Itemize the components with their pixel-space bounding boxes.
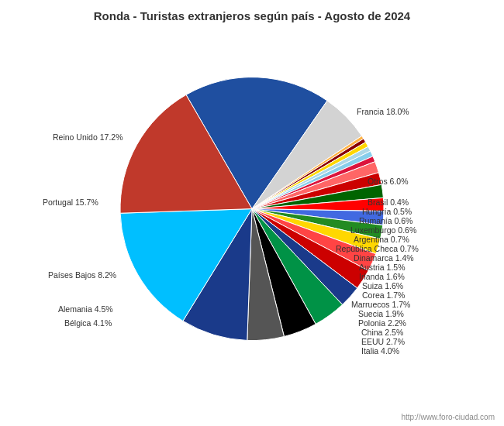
chart-label: Reino Unido 17.2% <box>53 132 123 142</box>
chart-label: Brasil 0.4% <box>368 198 409 207</box>
chart-label: EEUU 2.7% <box>361 337 405 346</box>
chart-label: Suecia 1.9% <box>358 309 404 318</box>
footer-url: http://www.foro-ciudad.com <box>401 413 495 421</box>
chart-label: Países Bajos 8.2% <box>48 270 116 280</box>
chart-label: China 2.5% <box>361 328 403 337</box>
chart-area: Reino Unido 17.2%Portugal 15.7%Países Ba… <box>0 26 504 405</box>
chart-label: Italia 4.0% <box>361 346 399 356</box>
chart-label: Hungría 0.5% <box>362 207 412 216</box>
chart-label: República Checa 0.7% <box>336 244 419 253</box>
chart-label: Corea 1.7% <box>362 290 405 300</box>
page-title: Ronda - Turistas extranjeros según país … <box>0 0 504 26</box>
chart-label: Austria 1.5% <box>359 263 406 272</box>
chart-label: Bélgica 4.1% <box>64 318 112 328</box>
chart-label: Argentina 0.7% <box>354 235 409 244</box>
chart-label: Portugal 15.7% <box>43 198 98 207</box>
chart-label: Alemania 4.5% <box>58 304 113 314</box>
chart-label: Luxemburgo 0.6% <box>350 225 416 235</box>
chart-label: Irlanda 1.6% <box>359 272 405 281</box>
chart-label: Polonia 2.2% <box>358 318 406 328</box>
chart-label: Marruecos 1.7% <box>351 300 410 309</box>
chart-label: Dinamarca 1.4% <box>354 253 414 263</box>
chart-label: Rumanía 0.6% <box>359 216 413 225</box>
chart-label: Francia 18.0% <box>357 107 409 116</box>
chart-label: Otros 6.0% <box>368 177 409 186</box>
chart-label: Suiza 1.6% <box>362 281 403 290</box>
